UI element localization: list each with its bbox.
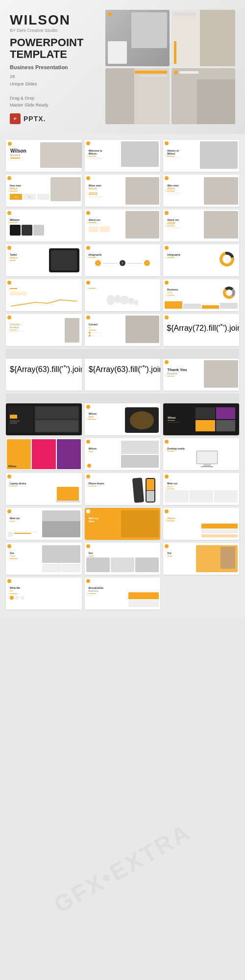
slide-25[interactable]: Wilson <box>6 438 82 470</box>
slide-24[interactable]: Wilson <box>163 403 239 435</box>
slides-row-7: ${Array(63).fill('').join('')} ${Array(6… <box>6 359 239 391</box>
section-gap-2 <box>6 394 239 403</box>
slide-18[interactable]: ${Array(72).fill('').join('')} <box>163 314 239 346</box>
svg-point-5 <box>117 298 118 299</box>
watermark: GFX•EXTRA <box>49 818 196 919</box>
slide-36[interactable]: Our team <box>163 543 239 575</box>
slides-row-1: Wilson Business Welcome to Wilson <box>6 140 239 172</box>
slide-38[interactable]: Breakslide Business <box>85 578 161 609</box>
slide-1[interactable]: Wilson Business <box>6 140 82 172</box>
svg-point-2 <box>120 296 129 305</box>
preview-3 <box>105 68 170 125</box>
brand-by: BY Deni Creative Studio <box>10 28 98 33</box>
slide-35[interactable]: Our team <box>85 543 161 575</box>
subtitle: Business Presentation <box>10 64 98 70</box>
slide-17[interactable]: Contact us <box>85 314 161 346</box>
pptx-badge: P PPTX. <box>10 113 98 124</box>
slide-26[interactable]: Wilson Best <box>85 438 161 470</box>
slide-7[interactable]: Wilson <box>6 210 82 241</box>
slide-34[interactable]: Our team <box>6 543 82 575</box>
slides-row-2: How start Wilson 01 02 When start W <box>6 175 239 207</box>
slide-16[interactable]: Criston Position <box>6 314 82 346</box>
preview-2 <box>172 10 236 66</box>
slides-row-13: What We Do Breakslide Business <box>6 578 239 609</box>
slide-20[interactable]: ${Array(63).fill('').join('')} <box>85 359 161 391</box>
slide-27[interactable]: Desktop media <box>163 438 239 470</box>
slide-5[interactable]: When start Wilson 2019 <box>85 175 161 207</box>
slide-11[interactable]: Infographic 1 2 3 <box>85 244 161 276</box>
slides-row-6: Criston Position Contact us <box>6 314 239 346</box>
slide-23[interactable]: Wilson best <box>85 403 161 435</box>
slide-10[interactable]: Tablet device <box>6 244 82 276</box>
brand-name: WILSON <box>10 12 98 28</box>
slide-29[interactable]: Phone device <box>85 473 161 505</box>
slide-21[interactable]: Thank You Business <box>163 359 239 391</box>
svg-point-7 <box>130 300 132 301</box>
slides-row-3: Wilson About our <box>6 210 239 241</box>
header-preview-grid <box>105 10 235 124</box>
slides-row-12: Our team Our team <box>6 543 239 575</box>
slide-9[interactable]: About our 2019 <box>163 210 239 241</box>
slide-32[interactable]: Meet our team <box>85 508 161 540</box>
slide-13[interactable] <box>6 279 82 311</box>
pptx-text: PPTX. <box>24 115 46 123</box>
slide-14[interactable] <box>85 279 161 311</box>
slide-8[interactable]: About our <box>85 210 161 241</box>
slides-row-4: Tablet device Infographic 1 <box>6 244 239 276</box>
slide-placeholder <box>163 578 239 609</box>
preview-1 <box>105 10 170 66</box>
slides-row-8: Wilson best Wilson <box>6 403 239 435</box>
slide-37[interactable]: What We Do <box>6 578 82 609</box>
slide-6[interactable]: Who start Wilson <box>163 175 239 207</box>
slide-4[interactable]: How start Wilson 01 02 <box>6 175 82 207</box>
slide-31[interactable]: Meet our team <box>6 508 82 540</box>
preview-4 <box>172 68 236 125</box>
section-gap <box>6 349 239 359</box>
slides-row-10: Laptop device Phone device <box>6 473 239 505</box>
product-type: POWERPOINTTEMPLATE <box>10 37 98 60</box>
slides-grid: Wilson Business Welcome to Wilson <box>0 134 245 618</box>
header-section: WILSON BY Deni Creative Studio POWERPOIN… <box>0 0 245 134</box>
slide-12[interactable]: Infographic <box>163 244 239 276</box>
pptx-icon: P <box>10 113 21 124</box>
svg-point-4 <box>134 300 138 305</box>
slides-row-11: Meet our team Meet <box>6 508 239 540</box>
slide-28[interactable]: Laptop device <box>6 473 82 505</box>
slide-2[interactable]: Welcome to Wilson <box>85 140 161 172</box>
slide-22[interactable] <box>6 403 82 435</box>
svg-point-6 <box>123 298 125 300</box>
slide-33[interactable]: Wilson <box>163 508 239 540</box>
feature-list: 28Unique SlidesDrag & DropMaster Slide R… <box>10 73 98 108</box>
header-left: WILSON BY Deni Creative Studio POWERPOIN… <box>10 10 98 124</box>
svg-point-0 <box>106 295 115 305</box>
slide-15[interactable]: Business Style <box>163 279 239 311</box>
slide-3[interactable]: History of Wilson <box>163 140 239 172</box>
slide-30[interactable]: Meet our team <box>163 473 239 505</box>
slides-row-9: Wilson Wilson Best <box>6 438 239 470</box>
slide-19[interactable]: ${Array(63).fill('').join('')} <box>6 359 82 391</box>
thank-you-text: Thank You <box>167 368 202 372</box>
slides-row-5: Business Style <box>6 279 239 311</box>
